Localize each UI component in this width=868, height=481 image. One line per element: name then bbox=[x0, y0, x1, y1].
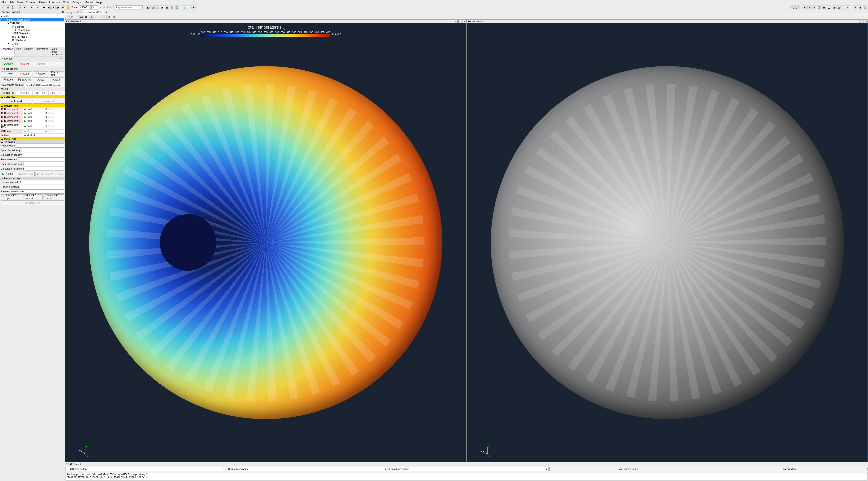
layout-tab-1[interactable]: ▫ Layout #1 ✕ bbox=[65, 10, 85, 14]
next-frame-icon[interactable]: ▶ bbox=[56, 5, 60, 9]
render-view-left[interactable]: RenderView2 ▫ ◫ ⬚ ✕ Total Temperature (K… bbox=[65, 20, 466, 462]
toolbar-icon[interactable]: 🔄 bbox=[175, 5, 179, 9]
viewport[interactable]: Z Y X bbox=[467, 23, 868, 462]
update-input[interactable] bbox=[19, 180, 64, 184]
tab-multiblock[interactable]: Multi-block Inspector bbox=[50, 47, 65, 57]
view-control-icon[interactable]: ▫ bbox=[857, 20, 858, 23]
tree-tmesh[interactable]: ▾ TMESH1 bbox=[0, 22, 64, 25]
menu-extractors[interactable]: Extractors bbox=[47, 0, 62, 4]
show-button[interactable]: 👁 Show bbox=[44, 111, 65, 115]
mesh-all-button[interactable]: ▶ Mesh all bbox=[23, 133, 44, 137]
load-button[interactable]: 📂Load bbox=[17, 71, 32, 76]
run-cfd-button[interactable]: ▶ Run CFD bbox=[1, 172, 17, 176]
tree-tcfd[interactable]: ▾ TCFD1 bbox=[0, 42, 64, 45]
play-icon[interactable]: ▶ bbox=[52, 5, 56, 9]
saveas-button[interactable]: 💾Save As bbox=[17, 77, 32, 82]
show-button[interactable]: 👁 Show bbox=[44, 107, 65, 111]
abort-all-button[interactable]: ⊘ Abort all bbox=[33, 99, 64, 103]
tree-item[interactable]: ▦ CFD Mesh bbox=[0, 35, 64, 38]
view-control-icon[interactable]: ✕ bbox=[464, 20, 466, 23]
show-button[interactable]: 👁 Show bbox=[44, 119, 65, 123]
light-report-button[interactable]: 📄 Light CFD report bbox=[1, 194, 21, 199]
clear-output-button[interactable]: Clear window bbox=[709, 467, 868, 471]
axis-icon[interactable]: ⬓ bbox=[827, 5, 831, 9]
show-result-button[interactable]: 👁 Show CFD resu bbox=[43, 194, 64, 199]
layout-add[interactable]: + bbox=[104, 10, 109, 14]
merge-button[interactable]: ▶ Merge bbox=[23, 129, 44, 133]
tab-information[interactable]: Information bbox=[34, 47, 50, 57]
tcfd-run-header[interactable]: ▬ TCFD RUN bbox=[0, 137, 65, 140]
close-button[interactable]: ●Close bbox=[33, 71, 48, 76]
menu-filters[interactable]: Filters bbox=[37, 0, 47, 4]
view-icon[interactable]: ↕ bbox=[98, 15, 102, 19]
build-button[interactable]: ▶ Build bbox=[23, 123, 44, 129]
reset-button[interactable]: ⟲Reset bbox=[17, 62, 32, 66]
abort-button[interactable]: ✖ Abort bbox=[0, 133, 23, 137]
menu-sources[interactable]: Sources bbox=[25, 0, 36, 4]
view-icon[interactable]: 📷 bbox=[79, 15, 84, 19]
proc-input[interactable] bbox=[23, 153, 64, 157]
toolbar-icon[interactable]: 📊 bbox=[182, 5, 186, 9]
first-frame-icon[interactable]: ⏮ bbox=[42, 5, 46, 9]
abort-cfd-button[interactable]: ✖ Abort CFD bbox=[1, 201, 64, 205]
toolbar-icon[interactable]: 📈 bbox=[187, 5, 191, 9]
view-icon[interactable]: ⬜ bbox=[65, 15, 70, 19]
view-icon[interactable]: ⬚ bbox=[75, 15, 79, 19]
panel-controls[interactable]: ▫ ✕ bbox=[60, 57, 64, 60]
axis-icon[interactable]: ↻ bbox=[841, 5, 845, 9]
view-icon[interactable]: ◫ bbox=[70, 15, 74, 19]
build-button[interactable]: ▶ Build bbox=[23, 115, 44, 119]
results-input[interactable] bbox=[10, 189, 64, 193]
quit-button[interactable]: ◼ Quit (+ write) bbox=[35, 172, 55, 176]
connect-icon[interactable]: 🔗 bbox=[18, 5, 22, 9]
tree-item[interactable]: ▦ FEA Mesh bbox=[0, 38, 64, 42]
toolbar-icon[interactable]: 🗺 bbox=[191, 5, 196, 9]
proc-input[interactable] bbox=[16, 144, 64, 148]
axis-icon[interactable]: ↺ bbox=[846, 5, 850, 9]
open-icon[interactable]: 📂 bbox=[1, 5, 5, 9]
tab-view[interactable]: View bbox=[14, 47, 23, 57]
postproc-header[interactable]: ▬ Postprocessing bbox=[0, 177, 65, 180]
redo-icon[interactable]: ↷ bbox=[35, 5, 39, 9]
prev-frame-icon[interactable]: ◀ bbox=[46, 5, 51, 9]
save-output-button[interactable]: Save output to file... bbox=[550, 467, 708, 471]
tab-display[interactable]: Display bbox=[23, 47, 34, 57]
build-button[interactable]: ▶ Build bbox=[23, 111, 44, 115]
output-log[interactable]: Saving project as "/home/DATA/HECC-stage… bbox=[65, 472, 868, 481]
toolbar-icon[interactable]: 🎨 bbox=[170, 5, 174, 9]
toolbar-icon[interactable]: ▦ bbox=[165, 5, 169, 9]
viewport[interactable]: Total Temperature (K) 2.9e+02 3003053103… bbox=[65, 23, 466, 462]
build-button[interactable]: ▶ Build bbox=[23, 119, 44, 123]
delete-proj-button[interactable]: Delete bbox=[33, 77, 48, 82]
frame-input[interactable] bbox=[91, 5, 98, 9]
view-icon[interactable]: ⤢ bbox=[102, 15, 106, 19]
zoom-icon[interactable]: 🔍 bbox=[790, 5, 795, 9]
proc-input[interactable] bbox=[24, 162, 64, 166]
view-icon[interactable]: ⊕ bbox=[107, 15, 111, 19]
module-topt[interactable]: ⭕ TOPT bbox=[49, 91, 65, 95]
view-icon[interactable]: ▦ bbox=[84, 15, 88, 19]
output-project-select[interactable]: HECC-stage-story▾ bbox=[65, 467, 226, 471]
view-icon[interactable]: ⊟ bbox=[112, 15, 116, 19]
disconnect-icon[interactable]: ✖ bbox=[23, 5, 27, 9]
toolbar-icon[interactable]: ◧ bbox=[146, 5, 150, 9]
time-input[interactable] bbox=[79, 5, 91, 9]
clean-button[interactable]: Clean bbox=[49, 77, 64, 82]
tree-item[interactable]: ▫ FEA Geometry bbox=[0, 32, 64, 35]
pipeline-browser[interactable]: ▪ builtin: ▾ HECC-stage-story ▾ TMESH1 ⚙… bbox=[0, 14, 65, 47]
view-icon[interactable]: ↔ bbox=[93, 15, 97, 19]
menu-catalyst[interactable]: Catalyst bbox=[71, 0, 83, 4]
save-icon[interactable]: 🗄 bbox=[10, 5, 15, 9]
axis-icon[interactable]: ✦ bbox=[803, 5, 807, 9]
show-button[interactable]: 👁 Show bbox=[44, 123, 65, 129]
view-control-icon[interactable]: ⬚ bbox=[460, 20, 463, 23]
tmesh-run-header[interactable]: ▬ TMESH RUN bbox=[0, 104, 65, 107]
view-icon[interactable]: 📊 bbox=[89, 15, 93, 19]
axis-icon[interactable]: 🔄 bbox=[817, 5, 821, 9]
view-control-icon[interactable]: ▫ bbox=[455, 20, 456, 23]
axis-icon[interactable]: ⬒ bbox=[822, 5, 826, 9]
toolbar-icon[interactable]: ◨ bbox=[150, 5, 155, 9]
check-button[interactable]: ?Check Setu bbox=[49, 71, 64, 76]
module-tmesh[interactable]: 🔶 TMESH bbox=[0, 91, 17, 95]
output-filter-select[interactable]: Output messages▾ bbox=[227, 467, 387, 471]
